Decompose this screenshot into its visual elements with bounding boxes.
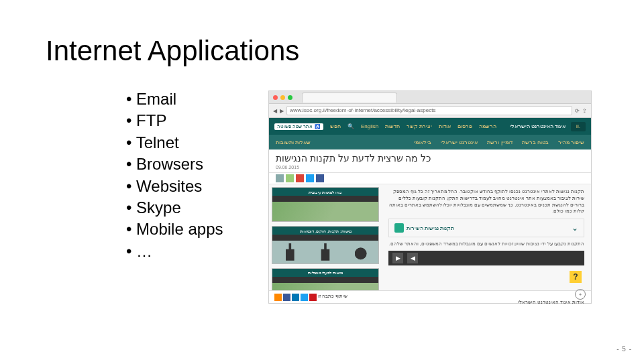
person-icon: [284, 243, 296, 261]
subnav-item: בילאומי: [414, 139, 431, 145]
related-cards: צאו לנגישות עיצובית נגישות: תקנות, חוקים…: [269, 184, 382, 306]
accordion-row: ⌄ תקנות נגישות השירות: [388, 219, 584, 237]
slide-title: Internet Applications: [46, 35, 299, 67]
bullet-item: FTP: [126, 110, 223, 131]
bullet-item: Skype: [126, 197, 223, 219]
linkedin-icon: [292, 294, 299, 301]
prev-icon: ◀: [407, 253, 418, 263]
accordion-subtext: התקנות נקבעו על ידי נציבות שוויון זכויות…: [388, 241, 584, 247]
youtube-icon: [309, 294, 317, 301]
person-icon: [319, 243, 331, 261]
back-icon: ◀: [273, 108, 277, 114]
url-field: www.isoc.org.il/freedom-of-internet/acce…: [286, 106, 572, 115]
subnav-item: דומיין ורשת: [487, 139, 512, 145]
share-icon: ⇪: [582, 108, 587, 114]
card-title: נגישות לבעלי מוגבלות: [272, 269, 378, 277]
footer-share-label: שיתוף כתבה זו: [318, 294, 347, 301]
card: נגישות: תקנות, חוקים, דוגמאות: [272, 226, 379, 263]
topnav-item: הרשמה: [479, 123, 496, 130]
subnav-item: בטוח ברשת: [522, 139, 549, 145]
site-topbar: .il איגוד האינטרנט הישראלי הרשמה פרסום א…: [269, 118, 591, 135]
subnav-item: שאלות ותשובות: [276, 139, 311, 145]
site-subnav: שיפור מהיר בטוח ברשת דומיין ורשת אינטרנט…: [269, 135, 591, 149]
article-hero: כל מה שרצית לדעת על תקנות הנגישות 09.06.…: [269, 149, 591, 173]
embedded-screenshot: ◀ ▶ www.isoc.org.il/freedom-of-internet/…: [268, 90, 592, 304]
card: צאו לנגישות עיצובית: [272, 187, 379, 222]
bullet-item: Email: [126, 88, 223, 110]
facebook-icon: [283, 294, 290, 301]
window-max-icon: [288, 95, 292, 100]
article-date: 09.06.2015: [276, 165, 299, 170]
doc-icon: [394, 223, 404, 233]
article-paragraph: תקנות נגישות לאתרי אינטרנט נכנסו לתוקף ב…: [388, 188, 584, 215]
topnav-item: אודות: [439, 123, 451, 130]
expand-icon: +: [575, 289, 586, 300]
forward-icon: ▶: [280, 108, 284, 114]
card-sub: [272, 277, 378, 283]
card-sub: [272, 196, 378, 202]
bullet-item: Mobile apps: [126, 219, 223, 240]
topnav-item: חדשות: [385, 123, 400, 130]
mail-icon: [286, 174, 294, 182]
help-icon: ?: [570, 271, 582, 283]
window-close-icon: [273, 95, 278, 100]
bullet-item: Websites: [126, 176, 223, 197]
site-brand: איגוד האינטרנט הישראלי: [510, 123, 566, 129]
topnav-item: יצירת קשר: [407, 123, 432, 130]
topnav-item: פרסום: [458, 123, 472, 130]
site-footer: + אודות איגוד האינטרנט הישראלי שיתוף כתב…: [269, 290, 591, 303]
card-title: נגישות: תקנות, חוקים, דוגמאות: [272, 227, 378, 235]
card-sub: [272, 235, 378, 241]
share-bar: [269, 173, 591, 184]
browser-tabbar: [269, 91, 591, 104]
browser-tab: [302, 93, 397, 103]
simple-language-badge: ♿ אתר שפה פשוטה: [274, 123, 323, 130]
article-title: כל מה שרצית לדעת על תקנות הנגישות: [276, 153, 431, 164]
accordion-label: תקנות נגישות השירות: [407, 225, 454, 231]
accessibility-icon: ♿: [315, 124, 321, 129]
wheelchair-icon: [355, 243, 367, 261]
rss-icon: [274, 294, 282, 301]
search-icon: 🔍: [347, 123, 354, 130]
chevron-down-icon: ⌄: [572, 223, 578, 233]
bullet-item: Browsers: [126, 154, 223, 175]
bullet-list: Email FTP Telnet Browsers Websites Skype…: [99, 88, 223, 262]
page-number: - 5 -: [616, 345, 632, 353]
topnav-item: English: [361, 123, 378, 130]
footer-about: אודות איגוד האינטרנט הישראלי: [518, 300, 584, 304]
card-title: צאו לנגישות עיצובית: [272, 188, 378, 196]
help-box: ?: [388, 269, 584, 284]
twitter-icon: [301, 294, 308, 301]
print-icon: [276, 174, 284, 182]
article-body: תקנות נגישות לאתרי אינטרנט נכנסו לתוקף ב…: [382, 184, 591, 306]
twitter-icon: [306, 174, 314, 182]
window-min-icon: [280, 95, 285, 100]
bullet-item: Telnet: [126, 132, 223, 154]
subnav-item: אינטרנט ישראלי: [441, 139, 478, 145]
browser-urlbar: ◀ ▶ www.isoc.org.il/freedom-of-internet/…: [269, 104, 591, 118]
next-icon: ▶: [392, 253, 403, 263]
reload-icon: ⟳: [575, 108, 580, 114]
subnav-item: שיפור מהיר: [558, 139, 584, 145]
site-logo: .il: [571, 122, 586, 131]
googleplus-icon: [296, 174, 304, 182]
bullet-item: …: [126, 241, 223, 262]
pager: ◀ ▶: [388, 251, 584, 265]
facebook-icon: [316, 174, 324, 182]
search-label: חפש: [330, 123, 341, 130]
